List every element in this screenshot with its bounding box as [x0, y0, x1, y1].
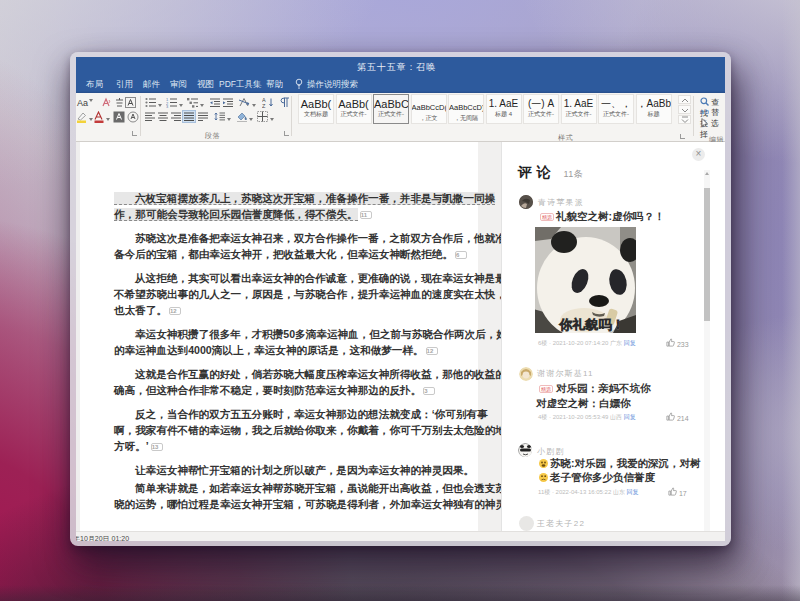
svg-text:3: 3: [166, 104, 169, 108]
svg-text:你礼貌吗！: 你礼貌吗！: [559, 317, 625, 332]
svg-text:Z: Z: [262, 103, 266, 108]
svg-text:ab: ab: [700, 108, 709, 115]
